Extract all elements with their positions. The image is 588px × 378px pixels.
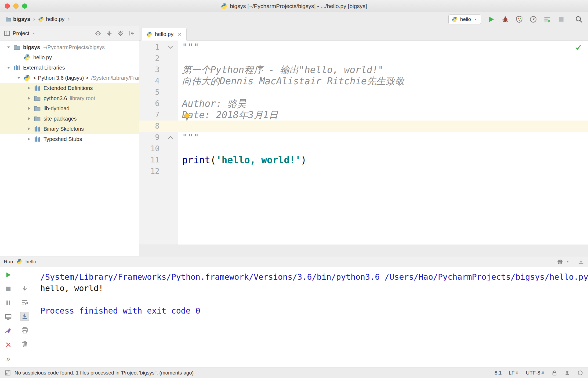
breadcrumb-file[interactable]: hello.py (46, 16, 64, 22)
run-button[interactable] (488, 16, 495, 23)
fold-gutter (163, 53, 178, 64)
encoding-widget[interactable]: UTF-8 ⇵ (526, 370, 545, 376)
code-token: ( (210, 155, 216, 165)
readonly-lock-icon[interactable] (551, 370, 557, 376)
fold-gutter (163, 64, 178, 75)
run-panel-header: Run hello (0, 256, 588, 267)
run-tab-label[interactable]: hello (26, 259, 36, 265)
code-line-7[interactable]: 7Date: 2018年3月1日 (139, 109, 588, 121)
line-number[interactable]: 9 (139, 132, 163, 143)
chevron-collapsed-icon[interactable] (24, 86, 34, 90)
code-line-8[interactable]: 8 (139, 121, 588, 132)
code-line-11[interactable]: 11print('hello, world!') (139, 154, 588, 166)
hide-tool-window-icon[interactable] (578, 259, 584, 265)
caret-position-widget[interactable]: 8:1 (495, 370, 502, 376)
tab-hello-py[interactable]: hello.py × (141, 28, 187, 41)
tree-item-python-3-6-bigsys[interactable]: < Python 3.6 (bigsys) >/System/Library/F… (0, 73, 139, 83)
event-log-icon[interactable] (577, 370, 583, 376)
line-number[interactable]: 10 (139, 143, 163, 154)
chevron-collapsed-icon[interactable] (24, 106, 34, 111)
toolwindow-switcher-icon[interactable] (5, 370, 11, 376)
more-actions-button[interactable]: » (4, 354, 13, 363)
status-widgets: 8:1 LF ⇵ UTF-8 ⇵ (495, 370, 583, 376)
line-number[interactable]: 5 (139, 87, 163, 98)
line-number[interactable]: 3 (139, 64, 163, 75)
status-message[interactable]: No suspicious code found. 1 files proces… (14, 370, 194, 376)
clear-console-button[interactable] (20, 340, 29, 349)
fold-start-icon[interactable] (163, 42, 178, 53)
fold-gutter (163, 87, 178, 98)
line-number[interactable]: 1 (139, 42, 163, 53)
console-settings-icon[interactable] (557, 259, 563, 265)
tree-item-hello-py[interactable]: hello.py (0, 52, 139, 63)
fold-end-icon[interactable] (163, 132, 178, 143)
code-line-4[interactable]: 4向伟大的Dennis MacAlistair Ritchie先生致敬 (139, 75, 588, 87)
line-number[interactable]: 8 (139, 121, 163, 132)
line-number[interactable]: 4 (139, 75, 163, 87)
line-number[interactable]: 11 (139, 154, 163, 166)
running-processes-button[interactable] (543, 16, 551, 23)
chevron-expanded-icon[interactable] (14, 75, 24, 80)
soft-wrap-button[interactable] (20, 298, 29, 307)
breadcrumb-project[interactable]: bigsys (13, 16, 30, 22)
code-line-1[interactable]: 1""" (139, 42, 588, 53)
close-tab-button[interactable]: × (178, 31, 182, 38)
code-line-12[interactable]: 12 (139, 166, 588, 177)
profiler-button[interactable] (529, 16, 537, 23)
code-line-10[interactable]: 10 (139, 143, 588, 154)
tree-item-typeshed-stubs[interactable]: Typeshed Stubs (0, 134, 139, 144)
code-line-5[interactable]: 5 (139, 87, 588, 98)
intention-bulb-icon[interactable] (183, 112, 191, 121)
print-console-button[interactable] (20, 326, 29, 335)
chevron-collapsed-icon[interactable] (24, 116, 34, 121)
console-output[interactable]: /System/Library/Frameworks/Python.framew… (33, 267, 588, 368)
code-editor[interactable]: 1"""23第一个Python程序 - 输出"hello, world!"4向伟… (139, 41, 588, 245)
run-with-coverage-button[interactable] (516, 16, 523, 23)
scroll-to-end-button[interactable] (20, 312, 29, 321)
rerun-button[interactable] (4, 270, 13, 279)
code-line-2[interactable]: 2 (139, 53, 588, 64)
chevron-expanded-icon[interactable] (4, 45, 13, 50)
tree-item-extended-definitions[interactable]: Extended Definitions (0, 83, 139, 93)
chevron-collapsed-icon[interactable] (24, 137, 34, 141)
line-number[interactable]: 2 (139, 53, 163, 64)
minimize-window-button[interactable] (13, 3, 19, 9)
fullscreen-window-button[interactable] (22, 3, 27, 9)
line-number[interactable]: 12 (139, 166, 163, 177)
tree-item-external-libraries[interactable]: External Libraries (0, 63, 139, 73)
line-number[interactable]: 7 (139, 109, 163, 121)
settings-gear-icon[interactable] (117, 30, 124, 37)
run-configuration-name: hello (460, 16, 471, 22)
tree-item-python3-6[interactable]: python3.6library root (0, 93, 139, 103)
line-number[interactable]: 6 (139, 98, 163, 109)
tree-item-lib-dynload[interactable]: lib-dynload (0, 103, 139, 114)
tree-item-site-packages[interactable]: site-packages (0, 114, 139, 124)
run-configuration-select[interactable]: hello (448, 14, 481, 24)
chevron-collapsed-icon[interactable] (24, 96, 34, 101)
chevron-down-icon[interactable] (32, 31, 36, 35)
python-file-icon (38, 16, 44, 22)
tree-item-label: Typeshed Stubs (43, 136, 82, 142)
close-window-button[interactable] (5, 3, 10, 9)
search-everywhere-button[interactable] (575, 16, 583, 23)
hide-panel-icon[interactable] (129, 30, 135, 37)
inspection-status-icon[interactable] (575, 44, 582, 51)
code-line-9[interactable]: 9""" (139, 132, 588, 143)
tree-item-bigsys[interactable]: bigsys~/PycharmProjects/bigsys (0, 42, 139, 52)
code-line-6[interactable]: 6Author: 骆昊 (139, 98, 588, 109)
chevron-expanded-icon[interactable] (4, 65, 13, 70)
chevron-collapsed-icon[interactable] (24, 126, 34, 131)
code-line-3[interactable]: 3第一个Python程序 - 输出"hello, world!" (139, 64, 588, 75)
inspections-hector-icon[interactable] (564, 370, 570, 376)
line-separator-widget[interactable]: LF ⇵ (509, 370, 519, 376)
down-stack-trace-button[interactable] (20, 284, 29, 293)
scroll-from-source-icon[interactable] (95, 30, 101, 37)
pause-output-button[interactable] (4, 298, 13, 307)
pin-tab-button[interactable] (4, 326, 13, 335)
collapse-all-icon[interactable] (106, 30, 112, 37)
tree-item-binary-skeletons[interactable]: Binary Skeletons (0, 124, 139, 134)
debug-button[interactable] (502, 16, 509, 23)
project-panel-title[interactable]: Project (13, 30, 29, 37)
restore-layout-button[interactable] (4, 312, 13, 321)
close-console-button[interactable] (4, 340, 13, 349)
